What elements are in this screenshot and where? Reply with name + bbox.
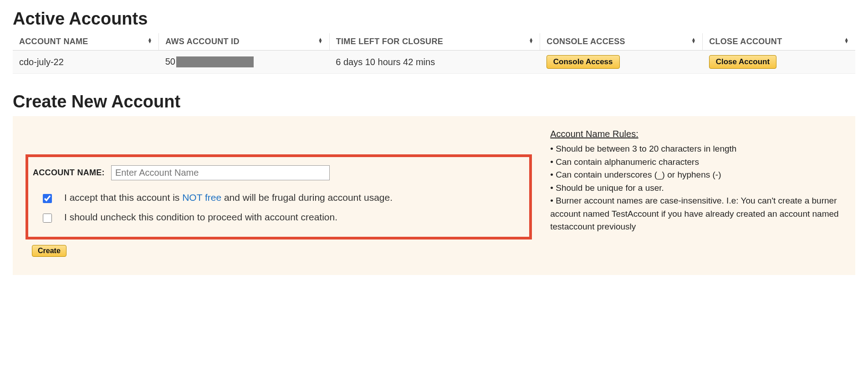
cell-console: Console Access: [540, 51, 703, 74]
text-fragment: I accept that this account is: [64, 192, 182, 203]
cell-time-left: 6 days 10 hours 42 mins: [329, 51, 540, 74]
aws-id-prefix: 50: [165, 56, 175, 66]
col-label: ACCOUNT NAME: [19, 37, 88, 46]
account-name-input[interactable]: [111, 165, 330, 180]
create-account-panel: ACCOUNT NAME: I accept that this account…: [13, 116, 855, 275]
create-account-heading: Create New Account: [13, 92, 855, 112]
sort-icon[interactable]: ▲▼: [844, 38, 849, 43]
col-console-access[interactable]: CONSOLE ACCESS ▲▼: [540, 33, 703, 51]
rule-item: • Can contain alphanumeric characters: [550, 156, 842, 169]
close-account-button[interactable]: Close Account: [709, 55, 776, 69]
cell-close: Close Account: [703, 51, 855, 74]
rule-item: • Burner account names are case-insensit…: [550, 194, 842, 234]
redacted-block: [176, 56, 254, 67]
sort-icon[interactable]: ▲▼: [148, 38, 152, 43]
rules-title: Account Name Rules:: [550, 127, 842, 141]
account-name-rules: Account Name Rules: • Should be between …: [550, 127, 842, 234]
col-aws-id[interactable]: AWS ACCOUNT ID ▲▼: [159, 33, 330, 51]
col-account-name[interactable]: ACCOUNT NAME ▲▼: [13, 33, 159, 51]
uncheck-condition-label[interactable]: I should uncheck this condition to proce…: [64, 212, 337, 223]
accept-not-free-label[interactable]: I accept that this account is NOT free a…: [64, 192, 393, 203]
col-label: AWS ACCOUNT ID: [165, 37, 240, 46]
uncheck-condition-checkbox[interactable]: [43, 214, 52, 223]
col-label: TIME LEFT FOR CLOSURE: [336, 37, 443, 46]
col-label: CLOSE ACCOUNT: [709, 37, 782, 46]
sort-icon[interactable]: ▲▼: [691, 38, 696, 43]
text-fragment: and will be frugal during account usage.: [221, 192, 393, 203]
console-access-button[interactable]: Console Access: [546, 55, 620, 69]
sort-icon[interactable]: ▲▼: [318, 38, 323, 43]
col-label: CONSOLE ACCESS: [546, 37, 625, 46]
col-time-left[interactable]: TIME LEFT FOR CLOSURE ▲▼: [329, 33, 540, 51]
cell-name: cdo-july-22: [13, 51, 159, 74]
table-row: cdo-july-22 50 6 days 10 hours 42 mins C…: [13, 51, 855, 74]
account-name-label: ACCOUNT NAME:: [33, 168, 105, 178]
col-close-account[interactable]: CLOSE ACCOUNT ▲▼: [703, 33, 855, 51]
cell-aws-id: 50: [159, 51, 330, 74]
highlighted-form-box: ACCOUNT NAME: I accept that this account…: [26, 154, 532, 239]
create-button[interactable]: Create: [32, 245, 66, 257]
accept-not-free-checkbox[interactable]: [43, 194, 52, 203]
rule-item: • Should be unique for a user.: [550, 182, 842, 195]
rule-item: • Should be between 3 to 20 characters i…: [550, 143, 842, 156]
sort-icon[interactable]: ▲▼: [529, 38, 533, 43]
active-accounts-table: ACCOUNT NAME ▲▼ AWS ACCOUNT ID ▲▼ TIME L…: [13, 33, 855, 74]
not-free-link[interactable]: NOT free: [182, 192, 221, 203]
rule-item: • Can contain underscores (_) or hyphens…: [550, 168, 842, 182]
active-accounts-heading: Active Accounts: [13, 9, 855, 29]
